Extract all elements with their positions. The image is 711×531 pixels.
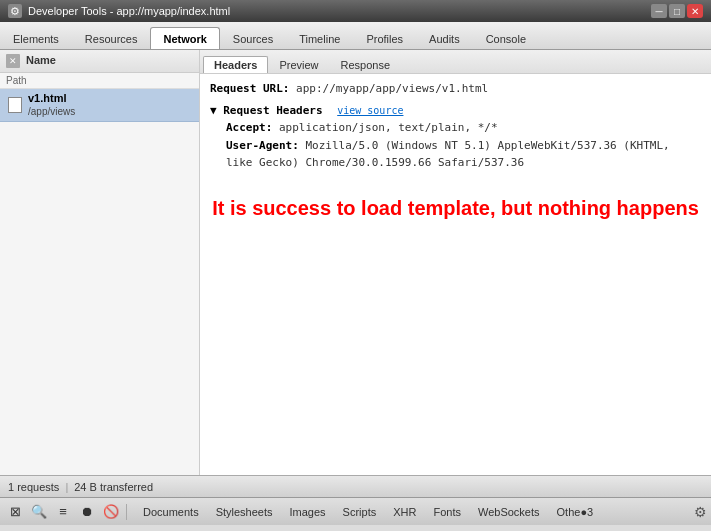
filter-tab-xhr[interactable]: XHR [385,503,424,521]
nav-tab-audits[interactable]: Audits [416,27,473,49]
headers-content: Request URL: app://myapp/app/views/v1.ht… [200,74,711,475]
file-info: v1.html /app/views [28,92,75,118]
filter-tabs: DocumentsStylesheetsImagesScriptsXHRFont… [135,503,601,521]
name-column-header: Name [26,54,56,68]
list-item[interactable]: v1.html /app/views [0,89,199,122]
requests-count: 1 requests [8,481,59,493]
nav-tab-console[interactable]: Console [473,27,539,49]
left-panel: ✕ Name Path v1.html /app/views [0,50,200,475]
accept-value: application/json, text/plain, */* [279,121,498,134]
bottom-toolbar: ⊠ 🔍 ≡ ⏺ 🚫 DocumentsStylesheetsImagesScri… [0,497,711,525]
title-bar: ⚙ Developer Tools - app://myapp/index.ht… [0,0,711,22]
panel-close-button[interactable]: ✕ [6,54,20,68]
status-separator: | [65,481,68,493]
bytes-transferred: 24 B transferred [74,481,153,493]
request-url-label: Request URL: [210,82,289,95]
left-panel-header: ✕ Name [0,50,199,73]
accept-line: Accept: application/json, text/plain, */… [210,119,701,137]
filter-tab-images[interactable]: Images [282,503,334,521]
file-name: v1.html [28,92,75,104]
path-label: Path [6,75,27,86]
request-url-value: app://myapp/app/views/v1.html [296,82,488,95]
nav-tab-sources[interactable]: Sources [220,27,286,49]
request-headers-line: ▼ Request Headers view source [210,102,701,120]
file-list: v1.html /app/views [0,89,199,475]
nav-tab-profiles[interactable]: Profiles [353,27,416,49]
request-url-line: Request URL: app://myapp/app/views/v1.ht… [210,80,701,98]
nav-tab-elements[interactable]: Elements [0,27,72,49]
close-button[interactable]: ✕ [687,4,703,18]
filter-tab-scripts[interactable]: Scripts [335,503,385,521]
nav-tab-timeline[interactable]: Timeline [286,27,353,49]
file-path: /app/views [28,106,75,117]
filter-tab-stylesheets[interactable]: Stylesheets [208,503,281,521]
toolbar-separator [126,504,127,520]
user-agent-label: User-Agent: [226,139,299,152]
gear-icon[interactable]: ⚙ [694,504,707,520]
maximize-button[interactable]: □ [669,4,685,18]
search-button[interactable]: 🔍 [28,502,50,522]
record-button[interactable]: ⏺ [76,502,98,522]
sub-tabs: HeadersPreviewResponse [200,50,711,74]
sub-tab-preview[interactable]: Preview [268,56,329,73]
path-row: Path [0,73,199,89]
filter-tab-websockets[interactable]: WebSockets [470,503,548,521]
nav-tab-network[interactable]: Network [150,27,219,49]
status-bar: 1 requests | 24 B transferred [0,475,711,497]
right-panel: HeadersPreviewResponse Request URL: app:… [200,50,711,475]
app-icon: ⚙ [8,4,22,18]
accept-label: Accept: [226,121,272,134]
content-area: ✕ Name Path v1.html /app/views HeadersPr… [0,50,711,475]
window-title: Developer Tools - app://myapp/index.html [28,5,651,17]
request-headers-label: ▼ Request Headers [210,104,323,117]
view-source-link[interactable]: view source [337,105,403,116]
nav-tab-resources[interactable]: Resources [72,27,151,49]
sub-tab-headers[interactable]: Headers [203,56,268,73]
sub-tab-response[interactable]: Response [330,56,402,73]
dock-button[interactable]: ⊠ [4,502,26,522]
filter-tab-othe-3[interactable]: Othe●3 [549,503,602,521]
filter-tab-fonts[interactable]: Fonts [425,503,469,521]
filter-tab-documents[interactable]: Documents [135,503,207,521]
list-button[interactable]: ≡ [52,502,74,522]
block-button[interactable]: 🚫 [100,502,122,522]
title-controls: ─ □ ✕ [651,4,703,18]
user-agent-line: User-Agent: Mozilla/5.0 (Windows NT 5.1)… [210,137,701,172]
main-nav: ElementsResourcesNetworkSourcesTimelineP… [0,22,711,50]
file-icon [8,97,22,113]
success-message: It is success to load template, but noth… [210,192,701,224]
minimize-button[interactable]: ─ [651,4,667,18]
